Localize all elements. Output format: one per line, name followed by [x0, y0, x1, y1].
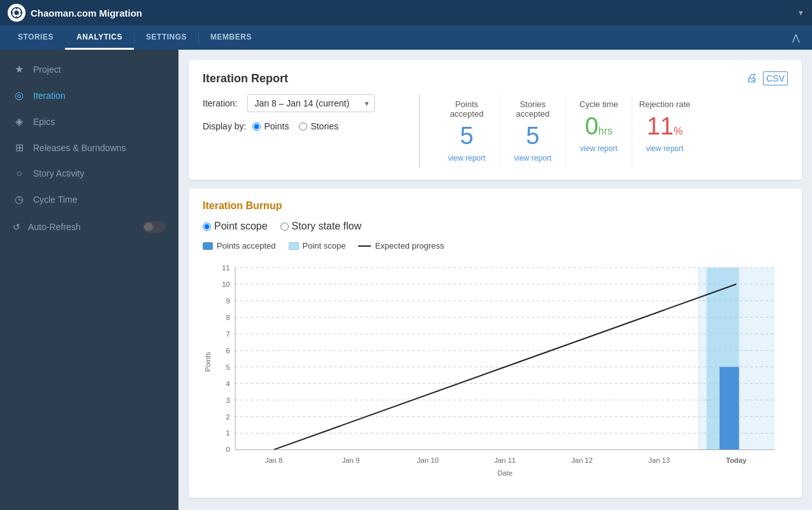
tab-stories[interactable]: STORIES — [6, 26, 65, 50]
iteration-report-card: Iteration Report 🖨 CSV Iteration: Jan 8 … — [189, 60, 802, 180]
iter-row: Iteration: Jan 8 – Jan 14 (current) — [203, 94, 405, 112]
legend-expected-progress: Expected progress — [358, 241, 444, 251]
svg-point-1 — [14, 10, 18, 15]
scope-story-input[interactable] — [280, 222, 289, 231]
radio-points-input[interactable] — [252, 122, 261, 131]
stat-link-points[interactable]: view report — [448, 154, 486, 163]
stat-link-stories[interactable]: view report — [514, 154, 552, 163]
card-icons: 🖨 CSV — [746, 71, 788, 85]
sidebar: ★ Project ◎ Iteration ◈ Epics ⊞ Releases… — [0, 50, 178, 510]
x-label-jan12: Jan 12 — [571, 456, 593, 464]
nav-tabs: STORIES ANALYTICS SETTINGS MEMBERS ⋀ — [0, 26, 812, 50]
y-label-0: 0 — [226, 446, 230, 453]
expected-progress-line — [273, 284, 736, 450]
y-label-3: 3 — [226, 397, 230, 404]
y-label-1: 1 — [226, 429, 230, 437]
epics-icon: ◈ — [13, 115, 25, 127]
scope-story-flow[interactable]: Story state flow — [280, 221, 361, 232]
y-label-4: 4 — [226, 380, 230, 388]
iter-main: Iteration: Jan 8 – Jan 14 (current) Disp… — [203, 94, 788, 168]
stat-cycle-time: Cycle time 0hrs view report — [566, 94, 632, 168]
y-label-7: 7 — [226, 330, 230, 338]
radio-points[interactable]: Points — [252, 121, 289, 131]
star-icon: ★ — [13, 63, 25, 75]
sidebar-label-story-activity: Story Activity — [33, 168, 84, 178]
scope-point-input[interactable] — [203, 222, 211, 231]
print-icon[interactable]: 🖨 — [746, 71, 758, 85]
auto-refresh-row: ↺ Auto-Refresh — [0, 215, 178, 239]
legend-line-progress — [358, 245, 371, 247]
app-title-arrow: ▼ — [797, 9, 804, 17]
nav-collapse-btn[interactable]: ⋀ — [786, 26, 806, 50]
sidebar-label-project: Project — [33, 64, 61, 75]
main-layout: ★ Project ◎ Iteration ◈ Epics ⊞ Releases… — [0, 50, 812, 510]
sidebar-label-iteration: Iteration — [33, 91, 66, 101]
stat-cycle-num: 0 — [585, 113, 598, 140]
auto-refresh-toggle[interactable] — [143, 221, 166, 233]
stat-value-stories: 5 — [507, 124, 560, 148]
card-header: Iteration Report 🖨 CSV — [203, 71, 788, 85]
sidebar-item-iteration[interactable]: ◎ Iteration — [0, 82, 178, 108]
y-label-11: 11 — [222, 264, 229, 272]
x-axis-title: Date — [497, 469, 512, 477]
legend-points-accepted: Points accepted — [203, 241, 276, 251]
iter-controls: Iteration: Jan 8 – Jan 14 (current) Disp… — [203, 94, 419, 168]
scope-point-label: Point scope — [214, 221, 268, 232]
sidebar-label-epics: Epics — [33, 117, 55, 127]
stat-value-points: 5 — [440, 124, 493, 148]
sidebar-item-releases[interactable]: ⊞ Releases & Burndowns — [0, 135, 178, 161]
stats-row: Points accepted 5 view report Stories ac… — [434, 94, 697, 168]
chart-container: 0 1 2 3 4 5 6 7 8 9 10 11 Points — [203, 257, 788, 486]
iter-select-wrapper: Jan 8 – Jan 14 (current) — [247, 94, 375, 112]
radio-stories-label: Stories — [310, 121, 338, 131]
x-label-jan10: Jan 10 — [417, 456, 439, 464]
y-axis-title: Points — [204, 352, 212, 372]
csv-icon[interactable]: CSV — [763, 71, 788, 85]
sidebar-item-project[interactable]: ★ Project — [0, 56, 178, 82]
stat-label-points: Points accepted — [440, 99, 493, 119]
top-bar: Chaoman.com Migration ▼ — [0, 0, 812, 26]
legend-box-points — [203, 242, 213, 250]
x-label-today: Today — [726, 456, 747, 464]
y-label-5: 5 — [226, 363, 230, 371]
legend-box-scope — [289, 242, 299, 250]
x-label-jan8: Jan 8 — [265, 456, 282, 464]
stats-section: Points accepted 5 view report Stories ac… — [419, 94, 697, 168]
stat-cycle-unit: hrs — [598, 126, 613, 136]
tab-members[interactable]: MEMBERS — [199, 26, 263, 50]
chart-legend: Points accepted Point scope Expected pro… — [203, 241, 788, 251]
cycle-time-icon: ◷ — [13, 193, 25, 205]
stat-link-cycle[interactable]: view report — [580, 144, 618, 153]
app-logo — [8, 4, 25, 22]
scope-point[interactable]: Point scope — [203, 221, 268, 232]
radio-points-label: Points — [264, 121, 289, 131]
tab-analytics[interactable]: ANALYTICS — [65, 26, 134, 50]
sidebar-item-story-activity[interactable]: ○ Story Activity — [0, 161, 178, 186]
radio-stories-input[interactable] — [299, 122, 307, 131]
x-label-jan11: Jan 11 — [494, 456, 516, 464]
stat-link-rejection[interactable]: view report — [646, 144, 684, 153]
stat-value-cycle: 0hrs — [572, 114, 625, 138]
legend-point-scope: Point scope — [289, 241, 346, 251]
sidebar-item-cycle-time[interactable]: ◷ Cycle Time — [0, 186, 178, 212]
toggle-knob — [144, 222, 153, 231]
main-content: Iteration Report 🖨 CSV Iteration: Jan 8 … — [178, 50, 812, 510]
stat-label-cycle: Cycle time — [572, 99, 625, 109]
iteration-select[interactable]: Jan 8 – Jan 14 (current) — [247, 94, 375, 112]
legend-label-progress: Expected progress — [375, 241, 444, 251]
stat-rejection-rate: Rejection rate 11% view report — [632, 94, 698, 168]
radio-stories[interactable]: Stories — [299, 121, 338, 131]
legend-label-scope: Point scope — [303, 241, 346, 251]
stat-label-stories: Stories accepted — [507, 99, 560, 119]
display-by-label: Display by: — [203, 121, 246, 131]
display-row: Display by: Points Stories — [203, 121, 405, 131]
sidebar-item-epics[interactable]: ◈ Epics — [0, 108, 178, 135]
tab-settings[interactable]: SETTINGS — [134, 26, 198, 50]
points-accepted-bar — [720, 367, 739, 450]
y-label-6: 6 — [226, 347, 230, 354]
scope-story-label: Story state flow — [292, 221, 361, 232]
x-label-jan13: Jan 13 — [648, 456, 670, 464]
card-title: Iteration Report — [203, 72, 288, 85]
y-label-8: 8 — [226, 314, 230, 321]
stat-value-rejection: 11% — [639, 114, 692, 138]
